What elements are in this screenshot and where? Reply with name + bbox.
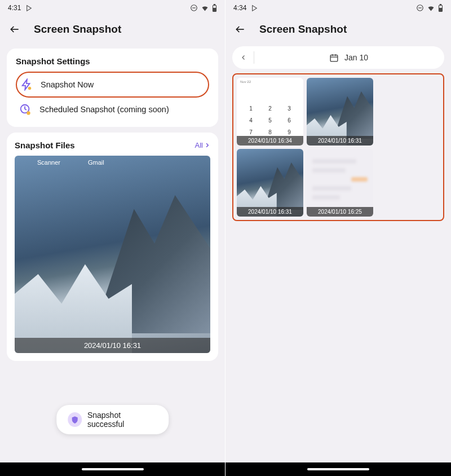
dnd-icon — [190, 4, 198, 12]
snapshot-files-card: Snapshot Files All Scanner Gmail 2024/01… — [7, 133, 218, 361]
chevron-right-icon — [204, 142, 210, 148]
status-time: 4:34 — [233, 4, 246, 12]
toast-shield-icon — [68, 412, 82, 427]
thumb-timestamp: 2024/01/10 16:25 — [307, 207, 373, 217]
toast-text: Snapshot successful — [87, 411, 157, 429]
play-store-icon — [251, 5, 258, 12]
files-all-label: All — [195, 141, 203, 149]
svg-point-6 — [28, 87, 32, 90]
settings-card-title: Snapshot Settings — [16, 56, 209, 66]
snapshot-now-label: Snapshot Now — [41, 80, 94, 89]
scheduled-snapshot-label: Scheduled Snapshot (coming soon) — [39, 105, 169, 114]
latest-snapshot-thumbnail[interactable]: Scanner Gmail 2024/01/10 16:31 — [15, 156, 210, 353]
right-screen: 4:34 Screen Snapshot Jan 10 — [226, 0, 451, 476]
play-store-icon — [25, 5, 33, 12]
svg-rect-3 — [214, 4, 215, 5]
snapshot-settings-card: Snapshot Settings Snapshot Now Scheduled… — [7, 49, 218, 127]
scheduled-snapshot-row[interactable]: Scheduled Snapshot (coming soon) — [16, 98, 209, 121]
battery-icon — [438, 4, 443, 12]
lightning-icon — [20, 78, 33, 91]
status-right — [190, 4, 217, 12]
snapshot-thumb[interactable]: Nov 22 123 456 789 2024/01/10 16:34 — [237, 78, 303, 146]
system-nav-bar — [0, 462, 225, 476]
home-indicator[interactable] — [82, 468, 144, 470]
thumb-app-label: Gmail — [88, 159, 104, 166]
thumb-timestamp: 2024/01/10 16:31 — [307, 136, 373, 146]
svg-rect-12 — [440, 4, 441, 5]
page-title: Screen Snapshot — [34, 23, 121, 36]
back-arrow-icon[interactable] — [9, 24, 20, 35]
svg-rect-15 — [330, 55, 338, 61]
left-screen: 4:31 Screen Snapshot Snapshot Settings S… — [0, 0, 226, 476]
status-left: 4:31 — [8, 4, 33, 12]
clock-icon — [19, 103, 32, 116]
wifi-icon — [427, 4, 435, 12]
page-title: Screen Snapshot — [259, 23, 347, 36]
page-header: Screen Snapshot — [0, 16, 225, 43]
snapshot-now-row[interactable]: Snapshot Now — [16, 72, 209, 98]
calendar-icon — [329, 53, 339, 63]
files-all-link[interactable]: All — [195, 141, 210, 149]
date-navigator: Jan 10 — [232, 46, 444, 69]
wifi-icon — [201, 4, 209, 12]
snapshot-thumb[interactable]: 2024/01/10 16:31 — [237, 149, 303, 217]
date-picker[interactable]: Jan 10 — [257, 53, 441, 63]
date-label: Jan 10 — [344, 53, 368, 62]
status-bar: 4:34 — [226, 0, 451, 16]
page-header: Screen Snapshot — [226, 16, 451, 43]
status-time: 4:31 — [8, 4, 21, 12]
thumb-timestamp: 2024/01/10 16:31 — [237, 207, 303, 217]
snapshot-successful-toast: Snapshot successful — [56, 405, 169, 434]
svg-rect-13 — [440, 8, 442, 11]
snapshot-grid: Nov 22 123 456 789 2024/01/10 16:34 2024… — [232, 73, 444, 221]
status-right — [416, 4, 443, 12]
snapshot-thumb[interactable]: 2024/01/10 16:31 — [307, 78, 373, 146]
svg-point-8 — [26, 111, 30, 114]
snapshot-thumb[interactable]: 2024/01/10 16:25 — [307, 149, 373, 217]
back-arrow-icon[interactable] — [235, 24, 246, 35]
battery-icon — [212, 4, 217, 12]
dnd-icon — [416, 4, 424, 12]
files-card-title: Snapshot Files — [15, 140, 75, 150]
svg-rect-4 — [214, 8, 216, 11]
thumb-app-label: Scanner — [37, 159, 60, 166]
home-indicator[interactable] — [307, 468, 369, 470]
date-prev-button[interactable] — [236, 50, 251, 65]
thumb-timestamp: 2024/01/10 16:34 — [237, 136, 303, 146]
system-nav-bar — [226, 462, 451, 476]
status-left: 4:34 — [233, 4, 258, 12]
status-bar: 4:31 — [0, 0, 225, 16]
snapshot-timestamp: 2024/01/10 16:31 — [15, 338, 210, 353]
